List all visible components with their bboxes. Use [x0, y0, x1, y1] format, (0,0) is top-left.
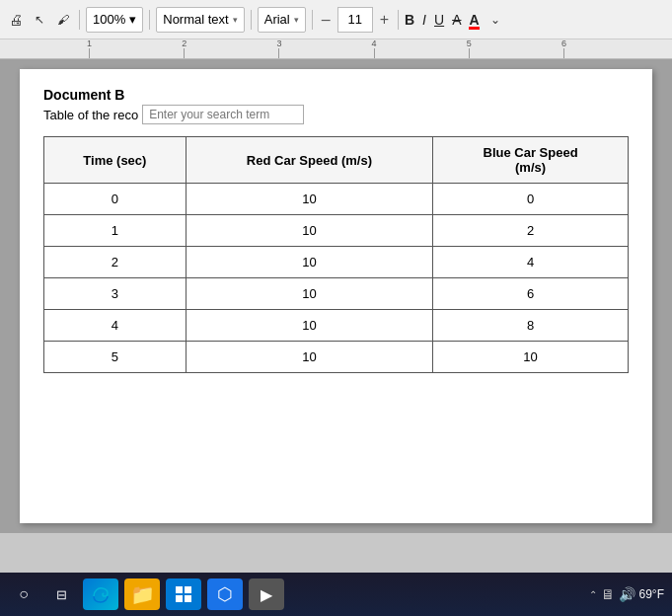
col-header-blue: Blue Car Speed(m/s) — [433, 137, 629, 184]
taskbar-search-button[interactable]: ○ — [8, 578, 39, 610]
cell-blue-speed: 8 — [433, 310, 629, 342]
zoom-arrow: ▾ — [129, 12, 136, 27]
strikethrough-button[interactable]: A — [452, 12, 461, 28]
taskbar-app-icon[interactable]: ⬡ — [207, 578, 243, 610]
cell-time: 3 — [44, 278, 187, 310]
table-row: 1102 — [44, 215, 629, 247]
document-page: Document B Table of the reco Time (sec) … — [20, 69, 652, 523]
ruler-inner: 1 2 3 4 5 6 — [39, 39, 633, 58]
col-header-red: Red Car Speed (m/s) — [186, 137, 432, 184]
taskbar-speaker-icon[interactable]: 🔊 — [619, 586, 635, 602]
toolbar: 🖨 ↖ 🖌 100% ▾ Normal text ▾ Arial ▾ – 11 … — [0, 0, 672, 39]
expand-icon[interactable]: ⌄ — [485, 10, 505, 30]
cell-time: 2 — [44, 247, 187, 278]
document-subtitle-row: Table of the reco — [43, 105, 629, 124]
font-value: Arial — [264, 12, 290, 27]
notification-up-icon[interactable]: ⌃ — [589, 589, 597, 600]
document-subtitle: Table of the reco — [43, 108, 138, 122]
cell-red-speed: 10 — [186, 247, 432, 278]
svg-rect-2 — [176, 595, 183, 602]
cursor-icon: ↖ — [30, 10, 49, 30]
taskbar-edge-icon[interactable] — [83, 578, 118, 610]
table-row: 3106 — [44, 278, 629, 310]
font-size-increase[interactable]: + — [377, 11, 392, 29]
table-row: 4108 — [44, 310, 629, 342]
taskbar-windows-icon[interactable] — [166, 578, 201, 610]
underline-button[interactable]: U — [434, 12, 444, 28]
font-size-decrease[interactable]: – — [319, 11, 334, 29]
taskbar-fileexplorer-icon[interactable]: 📁 — [124, 578, 160, 610]
taskbar-media-icon[interactable]: ▶ — [249, 578, 284, 610]
taskbar-temperature: 69°F — [639, 587, 664, 601]
cell-blue-speed: 4 — [433, 247, 629, 278]
cell-red-speed: 10 — [186, 310, 432, 342]
style-arrow: ▾ — [233, 15, 238, 25]
paint-icon[interactable]: 🖌 — [53, 10, 73, 30]
document-area: Document B Table of the reco Time (sec) … — [0, 59, 672, 533]
font-size-box[interactable]: 11 — [337, 7, 373, 33]
font-color-button[interactable]: A — [469, 12, 479, 28]
ruler: 1 2 3 4 5 6 — [0, 39, 672, 59]
table-row: 0100 — [44, 184, 629, 215]
cell-blue-speed: 2 — [433, 215, 629, 247]
zoom-dropdown[interactable]: 100% ▾ — [86, 7, 143, 33]
print-icon[interactable]: 🖨 — [6, 10, 26, 30]
cell-blue-speed: 10 — [433, 342, 629, 373]
sep-1 — [79, 10, 80, 30]
data-table: Time (sec) Red Car Speed (m/s) Blue Car … — [43, 136, 629, 373]
font-size-value: 11 — [347, 12, 361, 27]
font-arrow: ▾ — [294, 15, 299, 25]
cell-time: 4 — [44, 310, 187, 342]
svg-rect-3 — [185, 595, 191, 602]
ruler-mark-4: 4 — [372, 39, 377, 58]
ruler-mark-2: 2 — [182, 39, 187, 58]
italic-button[interactable]: I — [422, 12, 426, 28]
sep-4 — [312, 10, 313, 30]
table-row: 2104 — [44, 247, 629, 278]
cell-blue-speed: 6 — [433, 278, 629, 310]
style-dropdown[interactable]: Normal text ▾ — [156, 7, 244, 33]
col-header-time: Time (sec) — [44, 137, 187, 184]
ruler-mark-3: 3 — [276, 39, 281, 58]
cell-time: 1 — [44, 215, 187, 247]
sep-5 — [398, 10, 399, 30]
table-row: 51010 — [44, 342, 629, 373]
style-value: Normal text — [163, 12, 228, 27]
document-title: Document B — [43, 87, 629, 103]
ruler-mark-5: 5 — [467, 39, 472, 58]
font-dropdown[interactable]: Arial ▾ — [258, 7, 306, 33]
cell-time: 5 — [44, 342, 187, 373]
cell-time: 0 — [44, 184, 187, 215]
ruler-mark-6: 6 — [561, 39, 566, 58]
taskbar-right: ⌃ 🖥 🔊 69°F — [589, 586, 664, 602]
cell-red-speed: 10 — [186, 215, 432, 247]
cell-blue-speed: 0 — [433, 184, 629, 215]
search-input[interactable] — [142, 105, 304, 124]
cell-red-speed: 10 — [186, 184, 432, 215]
taskbar: ○ ⊟ 📁 ⬡ ▶ ⌃ 🖥 🔊 69°F — [0, 573, 672, 616]
svg-rect-1 — [185, 586, 191, 593]
cell-red-speed: 10 — [186, 342, 432, 373]
cell-red-speed: 10 — [186, 278, 432, 310]
taskbar-monitor-icon[interactable]: 🖥 — [601, 586, 615, 602]
sep-2 — [149, 10, 150, 30]
taskbar-taskview-button[interactable]: ⊟ — [45, 578, 77, 610]
bold-button[interactable]: B — [405, 12, 414, 28]
ruler-mark-1: 1 — [87, 39, 92, 58]
svg-rect-0 — [176, 586, 183, 593]
sep-3 — [251, 10, 252, 30]
zoom-value: 100% — [93, 12, 125, 27]
